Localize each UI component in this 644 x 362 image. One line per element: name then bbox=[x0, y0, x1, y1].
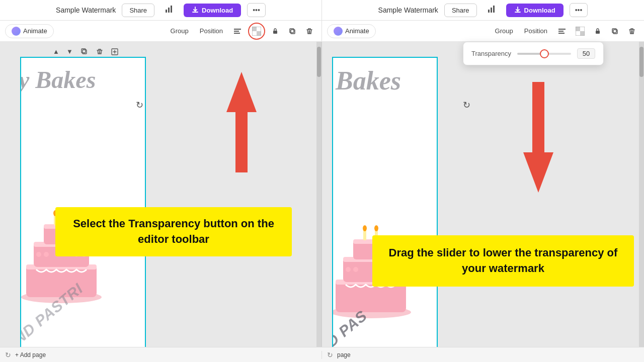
page-label-right[interactable]: page bbox=[337, 351, 351, 358]
main-area: ▲ ▼ ↻ bbox=[0, 42, 644, 347]
canvas-nav-left: ▲ ▼ bbox=[50, 46, 121, 57]
svg-point-58 bbox=[363, 225, 367, 231]
del-icon bbox=[96, 48, 103, 55]
align-svg-right bbox=[557, 27, 567, 36]
red-arrow-left bbox=[211, 72, 272, 172]
svg-rect-23 bbox=[580, 31, 585, 36]
refresh-button-right-container: ↻ bbox=[463, 100, 470, 111]
download-button-left[interactable]: Download bbox=[184, 4, 241, 17]
transparency-button-right[interactable] bbox=[573, 25, 588, 38]
canvas-add-left[interactable] bbox=[108, 46, 121, 57]
transparency-slider-track[interactable] bbox=[517, 53, 571, 55]
nav-down-left[interactable]: ▼ bbox=[64, 47, 75, 56]
group-button-left[interactable]: Group bbox=[167, 25, 193, 37]
panel-left: ▲ ▼ ↻ bbox=[0, 42, 322, 347]
animate-icon-right bbox=[334, 27, 343, 36]
group-button-right[interactable]: Group bbox=[491, 25, 517, 37]
svg-rect-19 bbox=[558, 33, 565, 34]
add-page-button[interactable]: + Add page bbox=[15, 351, 46, 358]
svg-rect-22 bbox=[576, 31, 580, 36]
align-icon-left[interactable] bbox=[230, 25, 245, 38]
svg-rect-4 bbox=[491, 8, 492, 13]
toolbar-row: Animate Group Position bbox=[0, 21, 644, 42]
toolbar-left: Animate Group Position bbox=[0, 21, 322, 41]
svg-point-42 bbox=[36, 252, 41, 257]
toolbar-right: Animate Group Position bbox=[322, 21, 644, 41]
canvas-card-left: y Bakes bbox=[20, 57, 146, 347]
refresh-button-left[interactable]: ↻ bbox=[136, 100, 143, 111]
instruction-box-left: Select the Transparency button on the ed… bbox=[55, 207, 292, 256]
svg-point-61 bbox=[353, 267, 358, 272]
lock-button-right[interactable] bbox=[591, 25, 605, 37]
share-button-left[interactable]: Share bbox=[122, 4, 154, 17]
project-title-left: Sample Watermark bbox=[56, 6, 116, 14]
delete-button-right[interactable] bbox=[625, 25, 639, 37]
position-button-left[interactable]: Position bbox=[196, 25, 227, 37]
copy-icon-left bbox=[288, 27, 296, 35]
arrow-container-right bbox=[508, 82, 569, 193]
scrollbar-left[interactable] bbox=[316, 42, 321, 347]
position-button-right[interactable]: Position bbox=[520, 25, 551, 37]
svg-rect-27 bbox=[612, 29, 616, 33]
copy-button-right[interactable] bbox=[608, 25, 622, 37]
canvas-delete-left[interactable] bbox=[93, 46, 106, 57]
align-svg bbox=[233, 27, 242, 36]
copy-icon-right bbox=[611, 27, 619, 35]
scrollbar-thumb-left[interactable] bbox=[317, 47, 321, 77]
svg-rect-1 bbox=[168, 8, 170, 13]
transparency-value: 50 bbox=[577, 48, 595, 59]
top-bar-left: Sample Watermark Share Download ••• bbox=[0, 0, 322, 20]
svg-rect-25 bbox=[596, 31, 600, 34]
top-bar-right: Sample Watermark Share Download ••• bbox=[322, 0, 644, 20]
delete-icon-right bbox=[628, 27, 636, 35]
share-button-right[interactable]: Share bbox=[444, 4, 477, 17]
animate-icon-left bbox=[12, 27, 21, 36]
svg-point-59 bbox=[374, 225, 378, 231]
download-icon-left bbox=[192, 7, 199, 14]
delete-icon-left bbox=[305, 27, 313, 35]
delete-button-left[interactable] bbox=[302, 25, 316, 37]
svg-rect-8 bbox=[234, 33, 240, 34]
more-button-left[interactable]: ••• bbox=[247, 3, 266, 17]
transparency-label: Transparency bbox=[471, 50, 511, 57]
nav-up-left[interactable]: ▲ bbox=[50, 47, 62, 56]
sync-icon-left: ↻ bbox=[5, 351, 11, 359]
sync-icon-right: ↻ bbox=[327, 351, 333, 359]
svg-rect-9 bbox=[252, 27, 257, 31]
dup-icon bbox=[80, 48, 88, 55]
canvas-duplicate-left[interactable] bbox=[77, 46, 91, 57]
animate-button-right[interactable]: Animate bbox=[327, 24, 376, 38]
bar-chart-icon bbox=[165, 5, 174, 14]
svg-marker-64 bbox=[523, 82, 553, 193]
more-button-right[interactable]: ••• bbox=[570, 3, 588, 17]
svg-rect-21 bbox=[580, 27, 585, 31]
transparency-popup: Transparency 50 bbox=[463, 42, 604, 65]
lock-icon-right bbox=[594, 27, 602, 35]
svg-rect-11 bbox=[252, 31, 257, 36]
scrollbar-right[interactable] bbox=[639, 42, 644, 347]
svg-point-43 bbox=[44, 252, 49, 257]
transparency-slider-thumb[interactable] bbox=[540, 49, 549, 58]
svg-rect-14 bbox=[273, 31, 277, 34]
lock-button-left[interactable] bbox=[268, 25, 282, 37]
svg-rect-3 bbox=[488, 10, 490, 13]
svg-rect-0 bbox=[166, 10, 167, 13]
red-arrow-right bbox=[508, 82, 569, 193]
svg-rect-18 bbox=[558, 31, 564, 32]
svg-rect-15 bbox=[291, 30, 295, 34]
refresh-button-right[interactable]: ↻ bbox=[463, 100, 470, 111]
analytics-button-right[interactable] bbox=[483, 3, 500, 18]
svg-rect-29 bbox=[82, 49, 86, 53]
copy-button-left[interactable] bbox=[285, 25, 299, 37]
animate-button-left[interactable]: Animate bbox=[5, 24, 54, 38]
transparency-button-left[interactable] bbox=[248, 23, 265, 40]
add-icon bbox=[111, 48, 118, 55]
download-button-right[interactable]: Download bbox=[506, 4, 564, 17]
download-icon-right bbox=[514, 7, 521, 14]
align-icon-right[interactable] bbox=[554, 25, 570, 38]
analytics-button-left[interactable] bbox=[160, 3, 178, 18]
panel-right: ▲ ▼ ↻ Bakes bbox=[322, 42, 644, 347]
bottom-bar: ↻ + Add page ↻ page bbox=[0, 347, 644, 362]
instruction-box-right: Drag the slider to lower the transparenc… bbox=[372, 235, 634, 287]
scrollbar-thumb-right[interactable] bbox=[639, 47, 643, 77]
